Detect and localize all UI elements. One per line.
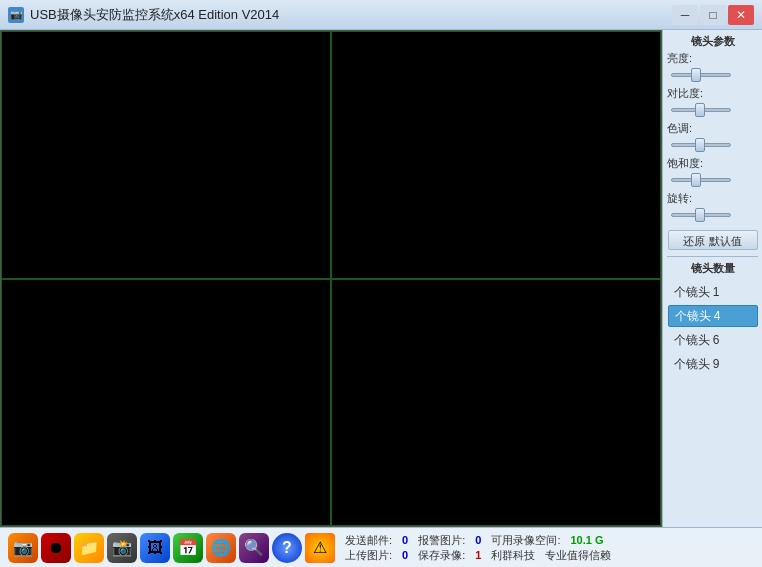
hue-label: 色调: bbox=[667, 121, 692, 136]
lens-params-title: 镜头参数 bbox=[667, 34, 758, 49]
camera2-toolbar-icon[interactable]: 📸 bbox=[107, 533, 137, 563]
record-toolbar-icon[interactable]: ⏺ bbox=[41, 533, 71, 563]
available-space-value: 10.1 G bbox=[570, 534, 603, 546]
camera-area bbox=[0, 30, 662, 527]
brightness-row: 亮度: bbox=[667, 51, 758, 66]
brightness-label: 亮度: bbox=[667, 51, 692, 66]
camera-toolbar-icon[interactable]: 📷 bbox=[8, 533, 38, 563]
status-row-1: 发送邮件: 0 报警图片: 0 可用录像空间: 10.1 G bbox=[345, 533, 754, 548]
title-bar-left: 📷 USB摄像头安防监控系统x64 Edition V2014 bbox=[8, 6, 279, 24]
saturation-thumb[interactable] bbox=[691, 173, 701, 187]
contrast-slider[interactable] bbox=[671, 103, 731, 117]
lens-option-4[interactable]: 个镜头 4 bbox=[668, 305, 758, 327]
status-row-2: 上传图片: 0 保存录像: 1 利群科技 专业值得信赖 bbox=[345, 548, 754, 563]
lens-option-6[interactable]: 个镜头 6 bbox=[668, 329, 758, 351]
contrast-row: 对比度: bbox=[667, 86, 758, 101]
contrast-thumb[interactable] bbox=[695, 103, 705, 117]
send-email-label: 发送邮件: bbox=[345, 533, 392, 548]
status-bar: 📷 ⏺ 📁 📸 🖼 📅 🌐 🔍 ? bbox=[0, 527, 762, 567]
upload-images-value: 0 bbox=[402, 549, 408, 561]
camera-cell-1[interactable] bbox=[1, 31, 331, 279]
rotation-row: 旋转: bbox=[667, 191, 758, 206]
window-controls: ─ □ ✕ bbox=[672, 5, 754, 25]
camera-cell-3[interactable] bbox=[1, 279, 331, 527]
maximize-button[interactable]: □ bbox=[700, 5, 726, 25]
image-toolbar-icon[interactable]: 🖼 bbox=[140, 533, 170, 563]
brightness-track bbox=[671, 73, 731, 77]
saturation-label: 饱和度: bbox=[667, 156, 703, 171]
hue-thumb[interactable] bbox=[695, 138, 705, 152]
main-container: 镜头参数 亮度: 对比度: 色调: 饱和度: 旋 bbox=[0, 30, 762, 527]
lens-option-1[interactable]: 个镜头 1 bbox=[668, 281, 758, 303]
send-email-value: 0 bbox=[402, 534, 408, 546]
close-button[interactable]: ✕ bbox=[728, 5, 754, 25]
saturation-track bbox=[671, 178, 731, 182]
network-toolbar-icon[interactable]: 🌐 bbox=[206, 533, 236, 563]
brightness-slider[interactable] bbox=[671, 68, 731, 82]
brightness-thumb[interactable] bbox=[691, 68, 701, 82]
available-space-label: 可用录像空间: bbox=[491, 533, 560, 548]
save-recordings-label: 保存录像: bbox=[418, 548, 465, 563]
status-info: 发送邮件: 0 报警图片: 0 可用录像空间: 10.1 G 上传图片: 0 保… bbox=[339, 533, 754, 563]
camera-cell-2[interactable] bbox=[331, 31, 661, 279]
reset-button[interactable]: 还原 默认值 bbox=[668, 230, 758, 250]
upload-images-label: 上传图片: bbox=[345, 548, 392, 563]
company-name: 利群科技 bbox=[491, 548, 535, 563]
calendar-toolbar-icon[interactable]: 📅 bbox=[173, 533, 203, 563]
panel-divider bbox=[667, 256, 758, 257]
help-toolbar-icon[interactable]: ? bbox=[272, 533, 302, 563]
alert-images-label: 报警图片: bbox=[418, 533, 465, 548]
alert-images-value: 0 bbox=[475, 534, 481, 546]
rotation-slider[interactable] bbox=[671, 208, 731, 222]
right-panel: 镜头参数 亮度: 对比度: 色调: 饱和度: 旋 bbox=[662, 30, 762, 527]
search-toolbar-icon[interactable]: 🔍 bbox=[239, 533, 269, 563]
toolbar-icons: 📷 ⏺ 📁 📸 🖼 📅 🌐 🔍 ? bbox=[8, 533, 335, 563]
hue-row: 色调: bbox=[667, 121, 758, 136]
save-recordings-value: 1 bbox=[475, 549, 481, 561]
lens-option-9[interactable]: 个镜头 9 bbox=[668, 353, 758, 375]
rotation-thumb[interactable] bbox=[695, 208, 705, 222]
app-icon: 📷 bbox=[8, 7, 24, 23]
window-title: USB摄像头安防监控系统x64 Edition V2014 bbox=[30, 6, 279, 24]
warning-toolbar-icon[interactable]: ⚠ bbox=[305, 533, 335, 563]
company-slogan: 专业值得信赖 bbox=[545, 548, 611, 563]
saturation-slider[interactable] bbox=[671, 173, 731, 187]
title-bar: 📷 USB摄像头安防监控系统x64 Edition V2014 ─ □ ✕ bbox=[0, 0, 762, 30]
lens-count-title: 镜头数量 bbox=[667, 261, 758, 276]
camera-cell-4[interactable] bbox=[331, 279, 661, 527]
hue-slider[interactable] bbox=[671, 138, 731, 152]
saturation-row: 饱和度: bbox=[667, 156, 758, 171]
rotation-label: 旋转: bbox=[667, 191, 692, 206]
contrast-label: 对比度: bbox=[667, 86, 703, 101]
folder-toolbar-icon[interactable]: 📁 bbox=[74, 533, 104, 563]
minimize-button[interactable]: ─ bbox=[672, 5, 698, 25]
